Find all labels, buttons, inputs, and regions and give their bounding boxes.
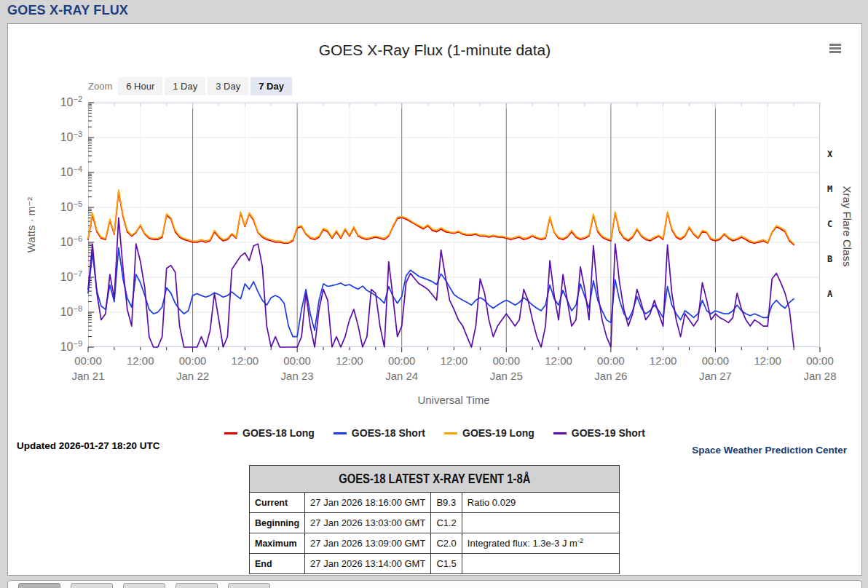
- zoom-button-1day[interactable]: 1 Day: [165, 77, 205, 95]
- series-goes-19-long: [88, 190, 794, 244]
- x-tick-time: 00:00: [585, 354, 637, 367]
- event-row-time: 27 Jan 2026 13:14:00 GMT: [305, 554, 431, 574]
- y-tick-label: 10−8: [44, 304, 82, 319]
- x-tick-time: 00:00: [271, 354, 323, 367]
- x-tick-time: 12:00: [637, 354, 690, 367]
- event-row-class: B9.3: [431, 493, 462, 513]
- event-table-title: GOES-18 Latest X-ray Event 1-8Å: [250, 466, 620, 493]
- partial-tab-1[interactable]: [18, 583, 60, 588]
- legend-item-goes-19-long[interactable]: GOES-19 Long: [444, 427, 534, 439]
- latest-xray-event-table: GOES-18 Latest X-ray Event 1-8Å Current2…: [249, 465, 620, 574]
- event-row-label: Current: [250, 493, 305, 513]
- legend-label: GOES-19 Short: [572, 427, 645, 439]
- legend-label: GOES-18 Long: [242, 427, 315, 439]
- x-tick-time: 12:00: [323, 354, 376, 367]
- x-tick-time: 00:00: [376, 354, 428, 367]
- x-tick-time: 12:00: [428, 354, 481, 367]
- event-row-class: C2.0: [431, 533, 462, 554]
- partial-tab-5[interactable]: [228, 583, 270, 588]
- x-tick-date: Jan 26: [585, 370, 637, 382]
- event-table-row: Current27 Jan 2026 18:16:00 GMTB9.3Ratio…: [250, 493, 620, 513]
- hamburger-icon[interactable]: [829, 44, 843, 55]
- y-axis-title: Watts · m⁻²: [25, 152, 38, 298]
- event-row-time: 27 Jan 2026 13:03:00 GMT: [305, 513, 431, 533]
- x-tick-time: 00:00: [62, 354, 114, 367]
- y-tick-label: 10−5: [44, 199, 82, 214]
- series-goes-18-long: [88, 192, 794, 245]
- zoom-button-3day[interactable]: 3 Day: [208, 77, 248, 95]
- legend-line-swatch: [224, 432, 237, 434]
- legend-item-goes-19-short[interactable]: GOES-19 Short: [553, 427, 645, 439]
- flare-class-letter-x: X: [827, 149, 842, 159]
- x-tick-date: Jan 22: [167, 370, 219, 382]
- flare-class-letter-a: A: [827, 289, 842, 299]
- y-tick-label: 10−4: [44, 164, 82, 179]
- zoom-button-6hour[interactable]: 6 Hour: [118, 77, 162, 95]
- event-row-class: C1.2: [431, 513, 462, 533]
- x-tick-time: 12:00: [218, 354, 271, 367]
- event-row-label: Beginning: [250, 513, 305, 533]
- partial-tab-3[interactable]: [123, 583, 165, 588]
- series-goes-19-short: [88, 218, 794, 347]
- xray-flux-chart-panel: GOES X-Ray Flux (1-minute data) Zoom 6 H…: [7, 23, 862, 576]
- event-row-label: Maximum: [250, 533, 305, 554]
- updated-timestamp: Updated 2026-01-27 18:20 UTC: [17, 440, 160, 451]
- legend-item-goes-18-short[interactable]: GOES-18 Short: [334, 427, 425, 439]
- zoom-label: Zoom: [88, 81, 112, 92]
- event-table-row: End27 Jan 2026 13:14:00 GMTC1.5: [250, 554, 620, 574]
- next-chart-partial-panel: [7, 580, 862, 588]
- event-row-note: [462, 554, 619, 574]
- x-tick-date: Jan 23: [271, 370, 323, 382]
- event-table-row: Maximum27 Jan 2026 13:09:00 GMTC2.0Integ…: [250, 533, 620, 554]
- x-tick-date: Jan 21: [62, 370, 114, 382]
- chart-title: GOES X-Ray Flux (1-minute data): [8, 41, 861, 59]
- legend-line-swatch: [444, 432, 457, 434]
- y-tick-label: 10−6: [44, 234, 82, 249]
- series-goes-18-short: [88, 247, 794, 336]
- xray-flux-plot: [88, 103, 820, 347]
- event-row-note: [462, 513, 619, 533]
- legend-item-goes-18-long[interactable]: GOES-18 Long: [224, 427, 315, 439]
- x-tick-date: Jan 25: [480, 370, 532, 382]
- event-row-class: C1.5: [431, 554, 462, 574]
- swpc-credit: Space Weather Prediction Center: [692, 445, 847, 456]
- x-tick-time: 12:00: [532, 354, 585, 367]
- x-tick-date: Jan 27: [689, 370, 741, 382]
- partial-tab-4[interactable]: [175, 583, 218, 588]
- zoom-controls: Zoom 6 Hour 1 Day 3 Day 7 Day: [88, 76, 294, 95]
- legend-line-swatch: [553, 432, 567, 434]
- event-row-time: 27 Jan 2026 13:09:00 GMT: [305, 533, 431, 554]
- x-tick-date: Jan 24: [376, 370, 428, 382]
- x-tick-time: 12:00: [114, 354, 167, 367]
- y-tick-label: 10−9: [44, 339, 82, 354]
- flare-class-letter-b: B: [827, 254, 842, 264]
- event-row-time: 27 Jan 2026 18:16:00 GMT: [305, 493, 431, 513]
- event-row-note: Integrated flux: 1.3e-3 J m-2: [462, 533, 619, 554]
- x-tick-time: 00:00: [794, 354, 846, 367]
- chart-legend: GOES-18 LongGOES-18 ShortGOES-19 LongGOE…: [8, 427, 861, 439]
- event-row-note: Ratio 0.029: [462, 493, 619, 513]
- y-tick-label: 10−7: [44, 269, 82, 284]
- x-tick-time: 00:00: [167, 354, 219, 367]
- x-tick-date: Jan 28: [794, 370, 846, 382]
- x-axis-title: Universal Time: [381, 394, 526, 406]
- x-tick-time: 12:00: [741, 354, 794, 367]
- y-tick-label: 10−2: [44, 95, 82, 109]
- partial-tab-2[interactable]: [71, 583, 113, 588]
- right-axis-title: Xray Flare Class: [840, 164, 853, 288]
- flare-class-letter-c: C: [827, 219, 842, 229]
- x-tick-time: 00:00: [689, 354, 741, 367]
- page-title: GOES X-RAY FLUX: [7, 3, 128, 18]
- zoom-button-7day[interactable]: 7 Day: [250, 77, 292, 95]
- legend-label: GOES-18 Short: [352, 427, 425, 439]
- event-table-row: Beginning27 Jan 2026 13:03:00 GMTC1.2: [250, 513, 620, 533]
- legend-line-swatch: [334, 432, 347, 434]
- y-tick-label: 10−3: [44, 130, 82, 144]
- legend-label: GOES-19 Long: [462, 427, 534, 439]
- event-row-label: End: [250, 554, 305, 574]
- flare-class-letter-m: M: [827, 184, 842, 194]
- x-tick-time: 00:00: [480, 354, 532, 367]
